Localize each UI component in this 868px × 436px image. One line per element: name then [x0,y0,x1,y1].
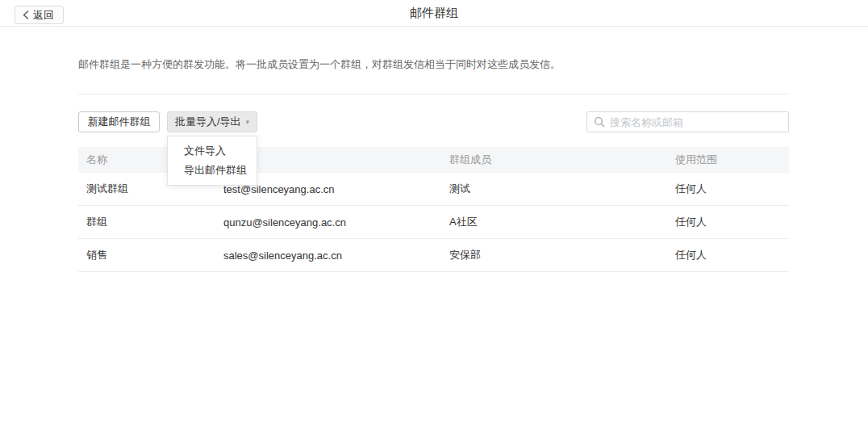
cell-name: 销售 [78,248,215,262]
cell-email: sales@silenceyang.ac.cn [215,249,441,262]
cell-email: qunzu@silenceyang.ac.cn [215,216,441,228]
cell-scope: 任何人 [667,248,789,262]
topbar: 邮件群组 返回 [0,0,868,27]
batch-import-export-button[interactable]: 批量导入/导出 ▾ [167,111,257,132]
batch-import-export-button-label: 批量导入/导出 [175,115,241,129]
cell-name: 群组 [78,215,215,229]
dropdown-item-file-import[interactable]: 文件导入 [168,141,257,161]
page-title: 邮件群组 [0,0,868,26]
dropdown-item-export-groups[interactable]: 导出邮件群组 [168,161,257,180]
page-description: 邮件群组是一种方便的群发功能。将一批成员设置为一个群组，对群组发信相当于同时对这… [78,27,789,94]
cell-scope: 任何人 [667,182,789,196]
search-input[interactable] [586,111,789,132]
cell-members: 测试 [441,182,667,196]
caret-down-icon: ▾ [246,119,250,126]
mail-groups-page: 邮件群组 返回 邮件群组是一种方便的群发功能。将一批成员设置为一个群组，对群组发… [0,0,868,436]
import-export-dropdown-menu: 文件导入 导出邮件群组 [167,136,257,186]
chevron-left-icon [23,10,29,19]
back-button-label: 返回 [33,8,54,23]
toolbar-buttons: 新建邮件群组 批量导入/导出 ▾ [78,111,257,132]
header-scope: 使用范围 [667,153,789,167]
table-row[interactable]: 群组 qunzu@silenceyang.ac.cn A社区 任何人 [78,206,789,239]
new-mail-group-button-label: 新建邮件群组 [88,115,151,129]
cell-members: 安保部 [441,248,667,262]
search-box [586,111,789,132]
new-mail-group-button[interactable]: 新建邮件群组 [78,111,160,132]
header-members: 群组成员 [441,153,667,167]
cell-scope: 任何人 [667,215,789,229]
back-button[interactable]: 返回 [15,6,64,24]
cell-members: A社区 [441,215,667,229]
toolbar: 新建邮件群组 批量导入/导出 ▾ [78,111,789,132]
table-row[interactable]: 销售 sales@silenceyang.ac.cn 安保部 任何人 [78,239,789,272]
